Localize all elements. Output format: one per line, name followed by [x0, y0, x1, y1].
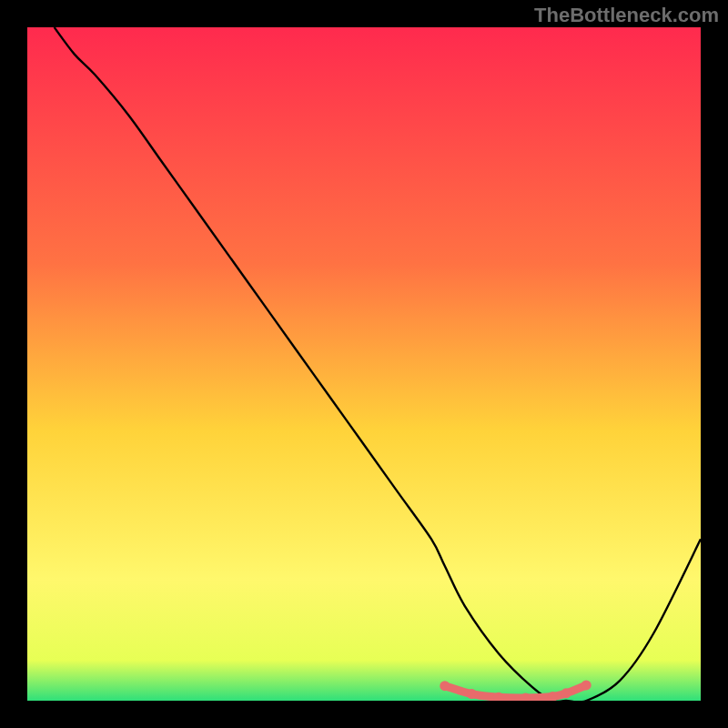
watermark-text: TheBottleneck.com [534, 4, 719, 27]
chart-container: TheBottleneck.com [0, 0, 728, 728]
curve-layer [27, 27, 701, 701]
bottleneck-curve [55, 27, 701, 701]
optimal-dot [561, 688, 571, 698]
optimal-range-dots [440, 680, 591, 701]
optimal-dot [467, 689, 477, 699]
plot-area [27, 27, 701, 701]
optimal-dot [581, 680, 592, 690]
optimal-dot [440, 681, 450, 691]
